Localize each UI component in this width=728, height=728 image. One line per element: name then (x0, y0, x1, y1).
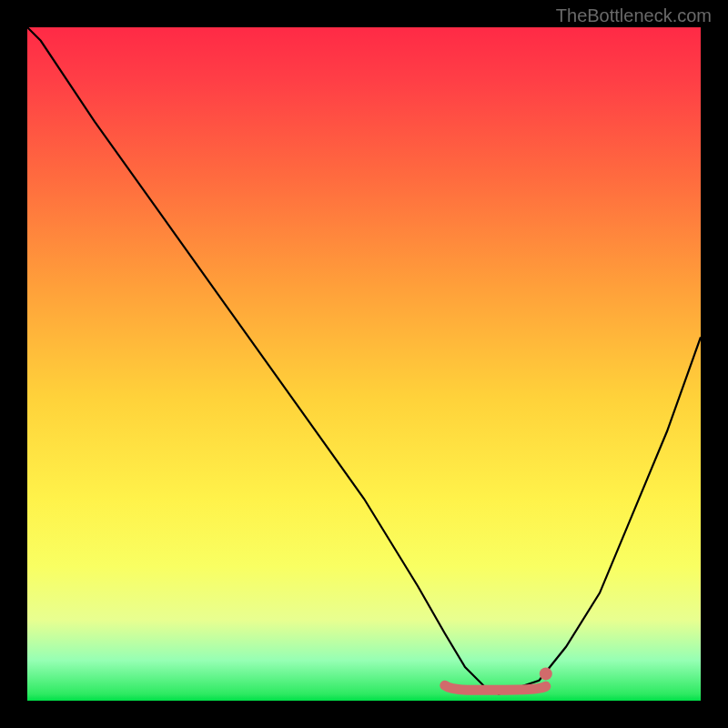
watermark-text: TheBottleneck.com (556, 5, 712, 26)
bottleneck-curve (27, 27, 701, 694)
flat-segment-end-dot (540, 667, 552, 680)
chart-overlay (27, 27, 701, 701)
plot-area (27, 27, 701, 701)
flat-segment (445, 685, 546, 690)
